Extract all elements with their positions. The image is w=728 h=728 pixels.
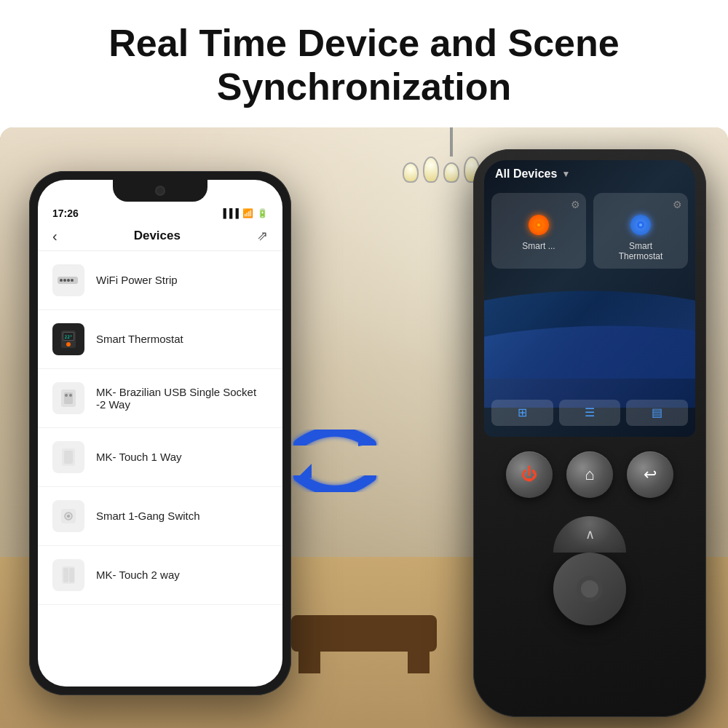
main-scene: 17:26 ▐▐▐ 📶 🔋 ‹ Devices ⇗ [0,127,728,728]
list-item[interactable]: 22° Smart Thermostat [38,310,282,369]
device-icon-thermostat: 22° [52,323,84,355]
svg-rect-20 [63,568,68,582]
phone-notch [113,180,207,202]
device-list: WiFi Power Strip 22° Smart [38,251,282,605]
remote-card-label-1: Smart ... [499,241,579,251]
home-button[interactable]: ⌂ [566,451,613,498]
list-item[interactable]: Smart 1-Gang Switch [38,487,282,546]
svg-point-29 [581,580,598,598]
remote-all-devices-label: All Devices [495,167,557,181]
phone-navbar: ‹ Devices ⇗ [38,222,282,251]
svg-rect-21 [69,568,74,582]
svg-point-12 [65,394,68,397]
device-icon-mk-touch1 [52,441,84,473]
device-name-thermostat: Smart Thermostat [96,333,183,345]
list-item[interactable]: MK- Touch 2 way [38,546,282,605]
svg-point-3 [67,279,70,282]
device-status-dot-blue [630,215,651,235]
remote-tab-menu[interactable]: ▤ [626,400,688,426]
card-link-icon: ⚙ [673,199,682,210]
page-header: Real Time Device and Scene Synchronizati… [0,0,728,127]
power-icon: ⏻ [521,465,537,484]
svg-text:22°: 22° [65,334,73,339]
power-button[interactable]: ⏻ [506,451,553,498]
wifi-icon: 📶 [242,208,253,218]
remote-device-cards: ⚙ Smart ... ⚙ [491,193,688,269]
coffee-table [291,615,437,652]
device-status-dot-orange [529,215,549,235]
device-icon-mk-brazilian [52,382,84,414]
device-icon-mk-touch2 [52,559,84,591]
svg-point-27 [639,223,642,226]
status-time: 17:26 [52,207,79,219]
back-icon: ↩ [644,465,657,484]
device-icon-smart-1gang [52,500,84,532]
svg-point-2 [63,279,66,282]
dpad-up-button[interactable]: ∧ [553,516,626,553]
list-item[interactable]: MK- Brazilian USB Single Socket -2 Way [38,369,282,428]
nav-title: Devices [134,229,181,243]
list-item[interactable]: MK- Touch 1 Way [38,428,282,487]
remote-physical-buttons: ⏻ ⌂ ↩ [484,437,695,509]
menu-icon: ▤ [652,405,662,419]
remote-bottom-space [484,640,695,684]
dpad-center-button[interactable] [553,553,626,625]
phone-device: 17:26 ▐▐▐ 📶 🔋 ‹ Devices ⇗ [29,171,291,695]
grid-icon: ⊞ [518,405,527,419]
remote-dpad: ∧ [484,509,695,640]
sync-arrows-icon [277,404,393,521]
svg-point-9 [66,342,71,347]
card-settings-icon: ⚙ [571,199,580,210]
status-icons: ▐▐▐ 📶 🔋 [220,208,268,218]
home-icon: ⌂ [585,465,594,484]
phone-status-bar: 17:26 ▐▐▐ 📶 🔋 [38,202,282,222]
device-name-smart-1gang: Smart 1-Gang Switch [96,510,200,522]
device-name-mk-touch1: MK- Touch 1 Way [96,451,182,463]
device-name-mk-touch2: MK- Touch 2 way [96,569,180,581]
back-button-remote[interactable]: ↩ [627,451,673,498]
remote-card-smart-plug[interactable]: ⚙ Smart ... [491,193,586,269]
dropdown-icon[interactable]: ▼ [561,169,570,179]
svg-point-1 [60,279,63,282]
remote-tab-list[interactable]: ☰ [559,400,621,426]
battery-icon: 🔋 [257,208,268,218]
svg-point-4 [71,279,74,282]
back-button[interactable]: ‹ [52,228,58,245]
remote-screen-header: All Devices ▼ [495,167,570,181]
svg-marker-23 [298,464,312,478]
remote-tab-grid[interactable]: ⊞ [491,400,553,426]
remote-card-label-2: SmartThermostat [601,241,681,261]
svg-point-25 [537,223,540,226]
svg-point-13 [69,394,72,397]
list-icon: ☰ [585,405,595,419]
remote-card-thermostat[interactable]: ⚙ SmartThermostat [593,193,688,269]
signal-icon: ▐▐▐ [220,208,239,218]
remote-screen: All Devices ▼ ⚙ [484,160,695,437]
device-name-mk-brazilian: MK- Brazilian USB Single Socket -2 Way [96,386,268,411]
device-name-wifi-strip: WiFi Power Strip [96,274,178,286]
svg-rect-15 [64,451,73,464]
phone-camera [155,186,165,196]
svg-point-18 [67,515,70,518]
page-title: Real Time Device and Scene Synchronizati… [44,22,684,109]
device-icon-wifi-strip [52,264,84,296]
list-item[interactable]: WiFi Power Strip [38,251,282,310]
remote-screen-tabs: ⊞ ☰ ▤ [491,400,688,426]
chevron-up-icon: ∧ [585,526,595,542]
remote-control-device: All Devices ▼ ⚙ [473,149,706,717]
share-icon[interactable]: ⇗ [257,228,268,244]
